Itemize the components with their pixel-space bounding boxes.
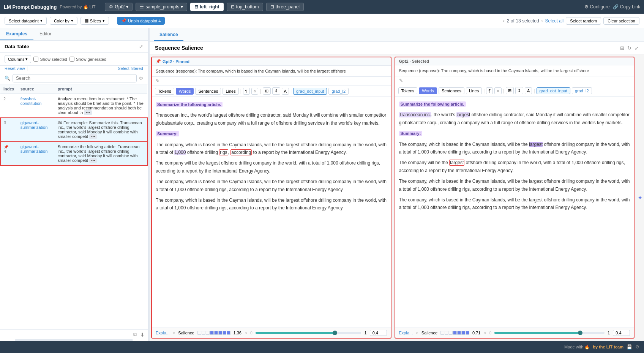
sentences-btn-1[interactable]: Sentences <box>195 88 221 95</box>
salience-col2-header: Gpt2 · Selected <box>395 57 634 65</box>
arrow-icon-1[interactable]: ⇕ <box>272 87 280 95</box>
save-button[interactable]: 💾 <box>627 344 632 350</box>
temp-slider-2[interactable] <box>494 332 605 334</box>
temp-sep-2: 0 <box>489 331 491 335</box>
edit-row-1: ✎ <box>152 77 391 85</box>
color-by-button[interactable]: Color by ▾ <box>50 17 77 25</box>
dataset-selector[interactable]: ☰ sample_prompts ▾ <box>136 3 187 11</box>
reset-view-label: Reset view <box>5 66 25 71</box>
grid-view-button[interactable]: ⊞ <box>620 45 624 51</box>
search-icon: 🔍 <box>5 76 10 81</box>
circle-icon-1[interactable]: ○ <box>251 88 259 95</box>
tab-salience[interactable]: Salience <box>154 29 183 41</box>
tab-salience-label: Salience <box>159 32 178 37</box>
slices-button[interactable]: ▦ Slices ▾ <box>80 17 109 25</box>
table-row[interactable]: 2fewshot-constitutionAnalyze a menu item… <box>0 94 147 118</box>
expl-btn-1[interactable]: Expla... <box>156 331 170 335</box>
copy-rows-button[interactable]: ⧉ <box>133 331 137 338</box>
clear-selection-button[interactable]: Clear selection <box>603 17 639 25</box>
highlight-1000: 1,000 <box>174 150 186 155</box>
show-generated-label: Show generated <box>76 57 106 62</box>
side-star: ✦ <box>636 54 644 341</box>
layout-three-panel[interactable]: ⊟ three_panel <box>266 3 304 11</box>
highlight-largest: largest <box>456 112 470 117</box>
edit-row-2: ✎ <box>395 76 634 85</box>
tokens-btn-1[interactable]: Tokens <box>155 88 174 95</box>
refresh-button[interactable]: ↻ <box>627 45 631 51</box>
tab-examples[interactable]: Examples <box>0 28 33 40</box>
lines-btn-1[interactable]: Lines <box>223 88 238 95</box>
tokens-btn-2[interactable]: Tokens <box>398 87 418 94</box>
show-selected-input[interactable] <box>33 57 38 62</box>
tok-sep-1: | <box>240 89 242 94</box>
sentences-btn-2[interactable]: Sentences <box>439 87 464 94</box>
words-btn-2[interactable]: Words <box>419 87 437 94</box>
edit-icon-2[interactable]: ✎ <box>399 78 403 83</box>
expl-btn-2[interactable]: Expla... <box>399 331 413 335</box>
fullscreen-button[interactable]: ⤢ <box>635 45 639 51</box>
grid-icon-1[interactable]: ⊞ <box>263 87 271 95</box>
show-selected-checkbox[interactable]: Show selected <box>33 57 67 62</box>
grad-l2-btn-1[interactable]: grad_l2 <box>328 88 349 95</box>
lines-btn-2[interactable]: Lines <box>466 87 482 94</box>
table-row[interactable]: 📌4gigaword-summarizationSummarize the fo… <box>0 142 147 166</box>
configure-button[interactable]: ⚙ Configure <box>584 4 610 9</box>
text-icon-2[interactable]: A <box>525 87 532 94</box>
grad-dot-btn-1[interactable]: grad_dot_input <box>293 88 327 95</box>
grid-icon-2[interactable]: ⊞ <box>506 87 514 94</box>
grad-dot-btn-2[interactable]: grad_dot_input <box>537 87 570 94</box>
sal-label-2: Salience <box>421 331 437 335</box>
select-datapoint-button[interactable]: Select datapoint ▾ <box>5 17 47 25</box>
show-generated-input[interactable] <box>69 57 74 62</box>
model-selector[interactable]: ⚙ Gpt2 ▾ <box>105 3 133 11</box>
expand-table-button[interactable]: ⤢ <box>139 44 143 49</box>
star-icon[interactable]: ✦ <box>638 194 642 201</box>
temp-max-2: 1 <box>608 331 610 335</box>
response-text-2: Sequence (response): The company, which … <box>399 68 630 73</box>
table-row[interactable]: 3gigaword-summarization## For example: S… <box>0 118 147 142</box>
dataset-icon: ☰ <box>140 4 144 9</box>
bold-icon-2[interactable]: ¶ <box>486 87 493 94</box>
temp-input-1[interactable] <box>370 330 387 336</box>
unpin-button[interactable]: 📌 Unpin datapoint 4 <box>117 17 165 25</box>
select-random-button[interactable]: Select random <box>566 17 601 25</box>
circle-icon-footer-1: ○ <box>173 331 175 335</box>
columns-button[interactable]: Columns ▾ <box>5 55 31 63</box>
sal-box-2-3 <box>449 331 453 335</box>
more-button[interactable]: ••• <box>89 134 97 139</box>
text-icon-1[interactable]: A <box>282 88 289 95</box>
settings-button[interactable]: ⚙ <box>635 344 639 350</box>
grad-l2-btn-2[interactable]: grad_l2 <box>572 87 592 94</box>
col2-label: Gpt2 · Selected <box>399 59 429 63</box>
show-generated-checkbox[interactable]: Show generated <box>69 57 106 62</box>
layout-left-right-label: left_right <box>200 4 219 9</box>
more-button[interactable]: ••• <box>84 110 92 115</box>
temp-input-2[interactable] <box>613 330 630 336</box>
select-filtered-button[interactable]: Select filtered <box>118 66 143 71</box>
temp-slider-thumb-2 <box>578 331 582 335</box>
sal-box-2-1 <box>440 331 444 335</box>
tab-editor[interactable]: Editor <box>33 28 57 40</box>
bold-icon-1[interactable]: ¶ <box>243 88 250 95</box>
search-input[interactable] <box>13 74 137 82</box>
reset-view-button[interactable]: Reset view <box>5 66 25 71</box>
search-row: 🔍 ⚙ <box>0 73 148 84</box>
tab-editor-label: Editor <box>39 31 51 36</box>
layout-left-right[interactable]: ⊟ left_right <box>190 3 223 11</box>
download-rows-button[interactable]: ⬇ <box>140 331 145 338</box>
expl-label-1: Expla... <box>156 331 170 335</box>
circle-icon-2[interactable]: ○ <box>494 87 502 94</box>
more-button[interactable]: ••• <box>89 158 97 163</box>
temp-slider-1[interactable] <box>256 332 361 334</box>
copy-link-button[interactable]: 🔗 Copy Link <box>613 4 640 9</box>
select-all-button[interactable]: Select all <box>545 18 564 24</box>
sal-box-2-4 <box>453 331 457 335</box>
arrow-icon-2[interactable]: ⇕ <box>515 87 523 94</box>
cell-prompt: ## For example: Summarize this. Transoce… <box>55 118 147 142</box>
tok-sep-5: | <box>503 88 504 93</box>
dataset-label: sample_prompts <box>145 4 179 9</box>
layout-top-bottom[interactable]: ⊟ top_bottom <box>227 3 263 11</box>
chevron-down-icon-5: ▾ <box>103 18 105 23</box>
edit-icon-1[interactable]: ✎ <box>156 78 159 84</box>
words-btn-1[interactable]: Words <box>176 88 194 95</box>
